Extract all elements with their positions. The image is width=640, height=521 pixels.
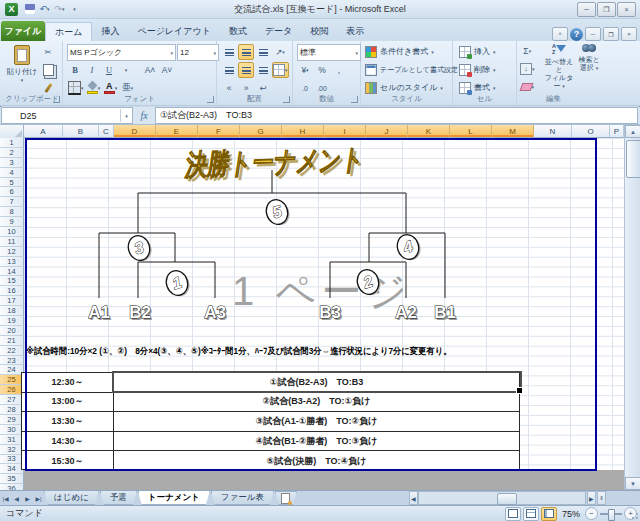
zoom-slider-thumb[interactable] <box>608 509 615 521</box>
sheet-tab-strip: |◀ ◀ ▶ ▶| はじめに予選トーナメントファール表 ◀ ▶ ‖ <box>0 490 640 505</box>
team-label-b2[interactable]: B2 <box>129 303 151 322</box>
team-label-a3[interactable]: A3 <box>204 303 226 322</box>
match-circle-4[interactable]: 4 <box>394 231 424 263</box>
status-bar: コマンド 75% − + <box>0 505 640 521</box>
team-label-b1[interactable]: B1 <box>434 303 456 322</box>
tab-split-right-icon[interactable]: ▶ <box>587 491 596 505</box>
match-circle-1[interactable]: 1 <box>163 267 193 299</box>
page-break-preview-icon[interactable] <box>541 507 557 521</box>
status-mode-text: コマンド <box>0 507 43 520</box>
team-label-a1[interactable]: A1 <box>88 303 110 322</box>
sheet-tab-トーナメント[interactable]: トーナメント <box>138 491 210 505</box>
vertical-scroll-thumb[interactable] <box>626 140 640 178</box>
match-circle-5[interactable]: 5 <box>263 196 293 228</box>
first-sheet-icon[interactable]: |◀ <box>0 491 11 505</box>
zoom-out-icon[interactable]: − <box>585 507 598 520</box>
next-sheet-icon[interactable]: ▶ <box>22 491 33 505</box>
tab-split-left-icon[interactable]: ◀ <box>409 491 418 505</box>
zoom-slider[interactable] <box>600 513 622 515</box>
close-button[interactable]: × <box>617 2 636 17</box>
horizontal-scrollbar[interactable] <box>418 491 586 505</box>
insert-worksheet-tab[interactable] <box>275 491 297 505</box>
prev-sheet-icon[interactable]: ◀ <box>11 491 22 505</box>
page-layout-view-icon[interactable] <box>523 507 539 521</box>
sheet-tab-予選[interactable]: 予選 <box>100 491 137 505</box>
team-label-b3[interactable]: B3 <box>319 303 341 322</box>
team-label-a2[interactable]: A2 <box>395 303 417 322</box>
scroll-down-icon[interactable]: ▼ <box>625 477 640 490</box>
minimize-button[interactable]: ─ <box>577 2 596 17</box>
last-sheet-icon[interactable]: ▶| <box>33 491 44 505</box>
vertical-scrollbar[interactable]: ▲ ▼ <box>624 125 640 490</box>
sheet-tab-ファール表[interactable]: ファール表 <box>211 491 274 505</box>
tab-split-handle[interactable]: ‖ <box>597 491 606 505</box>
bracket-drawing-layer: 1 ページ 決勝トーナメント 決勝トーナメント 1 2 3 4 5 A1 A1 … <box>0 0 640 521</box>
wordart-title[interactable]: 決勝トーナメント 決勝トーナメント <box>183 143 366 184</box>
maximize-button[interactable]: ❐ <box>597 2 616 17</box>
scroll-up-icon[interactable]: ▲ <box>625 125 640 138</box>
wordart-title-text: 決勝トーナメント <box>183 143 363 181</box>
match-circle-3[interactable]: 3 <box>125 232 155 264</box>
horizontal-scroll-thumb[interactable] <box>497 493 517 505</box>
sheet-tab-はじめに[interactable]: はじめに <box>44 491 99 505</box>
resize-grip[interactable] <box>631 512 639 520</box>
zoom-level[interactable]: 75% <box>559 509 583 519</box>
sheet-tabs: はじめに予選トーナメントファール表 <box>44 491 275 505</box>
normal-view-icon[interactable] <box>505 507 521 521</box>
excel-window: { "window": { "title": "交流試合.xls [互換モード]… <box>0 0 640 521</box>
